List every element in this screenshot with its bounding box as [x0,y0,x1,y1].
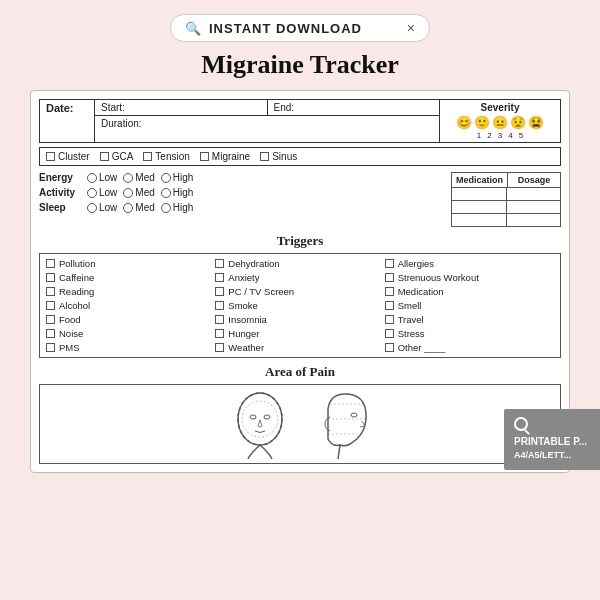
triggers-box: Pollution Dehydration Allergies Caffeine… [39,253,561,358]
energy-label: Energy [39,172,79,183]
type-tension: Tension [143,151,189,162]
trigger-noise: Noise [46,328,215,339]
face-1: 😊 [456,115,472,130]
trigger-stress: Stress [385,328,554,339]
trigger-stress-cb[interactable] [385,329,394,338]
energy-low-radio[interactable] [87,173,97,183]
trigger-dehydration: Dehydration [215,258,384,269]
face-3: 😐 [492,115,508,130]
activity-label: Activity [39,187,79,198]
trigger-smoke-cb[interactable] [215,301,224,310]
trigger-smoke: Smoke [215,300,384,311]
trigger-allergies-cb[interactable] [385,259,394,268]
energy-radio-group: Low Med High [87,172,193,183]
trigger-pcscreen: PC / TV Screen [215,286,384,297]
med-row-1-med [452,188,507,200]
trigger-pollution-cb[interactable] [46,259,55,268]
sleep-row: Sleep Low Med High [39,202,445,213]
trigger-smell-cb[interactable] [385,301,394,310]
med-header-medication: Medication [452,173,508,187]
sinus-checkbox[interactable] [260,152,269,161]
trigger-smell: Smell [385,300,554,311]
sleep-label: Sleep [39,202,79,213]
trigger-alcohol: Alcohol [46,300,215,311]
trigger-reading-cb[interactable] [46,287,55,296]
trigger-dehydration-cb[interactable] [215,259,224,268]
med-row-2-dos [507,201,561,213]
trigger-medication-cb[interactable] [385,287,394,296]
trigger-strenuous-cb[interactable] [385,273,394,282]
svg-point-8 [351,413,357,417]
sleep-med-radio[interactable] [123,203,133,213]
activity-med-radio[interactable] [123,188,133,198]
med-row-2-med [452,201,507,213]
printable-badge: PRINTABLE P... A4/A5/LETT... [504,409,600,471]
trigger-travel-cb[interactable] [385,315,394,324]
trigger-weather-cb[interactable] [215,343,224,352]
trigger-caffeine-cb[interactable] [46,273,55,282]
trigger-pms-cb[interactable] [46,343,55,352]
face-2: 🙂 [474,115,490,130]
sleep-low-radio[interactable] [87,203,97,213]
aop-title: Area of Pain [39,364,561,380]
face-4: 😟 [510,115,526,130]
trigger-pcscreen-cb[interactable] [215,287,224,296]
energy-row: Energy Low Med High [39,172,445,183]
headache-types-row: Cluster GCA Tension Migraine Sinus [39,147,561,166]
trigger-alcohol-cb[interactable] [46,301,55,310]
svg-point-4 [264,415,270,419]
trigger-noise-cb[interactable] [46,329,55,338]
printable-line1: PRINTABLE P... [514,434,594,449]
svg-point-3 [250,415,256,419]
eas-med-row: Energy Low Med High Activity Low Med Hig… [39,172,561,227]
medication-table: Medication Dosage [451,172,561,227]
sleep-high-radio[interactable] [161,203,171,213]
triggers-title: Triggers [39,233,561,249]
med-header-dosage: Dosage [508,173,560,187]
severity-label: Severity [481,102,520,113]
trigger-pms: PMS [46,342,215,353]
activity-low-radio[interactable] [87,188,97,198]
med-row-3-med [452,214,507,226]
date-label: Date: [40,100,95,142]
energy-med-radio[interactable] [123,173,133,183]
energy-high-radio[interactable] [161,173,171,183]
printable-line2: A4/A5/LETT... [514,449,594,463]
trigger-anxiety-cb[interactable] [215,273,224,282]
trigger-insomnia-cb[interactable] [215,315,224,324]
tension-checkbox[interactable] [143,152,152,161]
trigger-food: Food [46,314,215,325]
trigger-food-cb[interactable] [46,315,55,324]
trigger-other-cb[interactable] [385,343,394,352]
area-of-pain-box [39,384,561,464]
head-front-svg [230,389,290,459]
trigger-strenuous: Strenuous Workout [385,272,554,283]
type-sinus: Sinus [260,151,297,162]
activity-high-radio[interactable] [161,188,171,198]
trigger-reading: Reading [46,286,215,297]
cluster-checkbox[interactable] [46,152,55,161]
gca-checkbox[interactable] [100,152,109,161]
type-gca: GCA [100,151,134,162]
face-numbers: 12345 [477,131,523,140]
severity-faces: 😊 🙂 😐 😟 😫 [456,115,544,130]
trigger-hunger-cb[interactable] [215,329,224,338]
face-5: 😫 [528,115,544,130]
trigger-hunger: Hunger [215,328,384,339]
trigger-insomnia: Insomnia [215,314,384,325]
type-migraine: Migraine [200,151,250,162]
trigger-travel: Travel [385,314,554,325]
search-bar[interactable]: 🔍 INSTANT DOWNLOAD × [170,14,430,42]
start-label: Start: [95,100,268,115]
triggers-grid: Pollution Dehydration Allergies Caffeine… [46,258,554,353]
trigger-allergies: Allergies [385,258,554,269]
close-icon[interactable]: × [407,20,415,36]
start-end-block: Start: End: Duration: [95,100,440,142]
duration-label: Duration: [95,116,439,131]
migraine-checkbox[interactable] [200,152,209,161]
sleep-radio-group: Low Med High [87,202,193,213]
trigger-weather: Weather [215,342,384,353]
severity-block: Severity 😊 🙂 😐 😟 😫 12345 [440,100,560,142]
activity-row: Activity Low Med High [39,187,445,198]
med-row-3-dos [507,214,561,226]
